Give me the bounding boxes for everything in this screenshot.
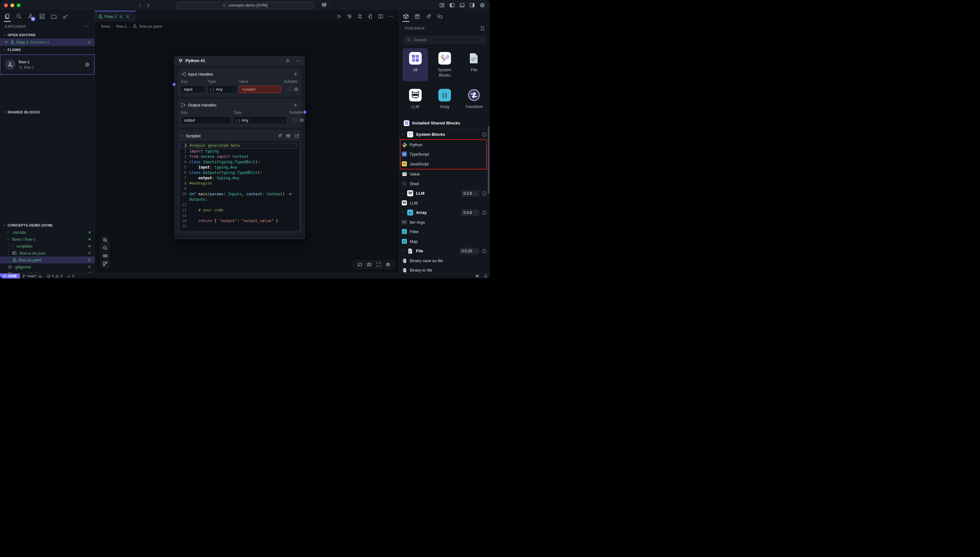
tree-item[interactable]: flow.oo.yamlU bbox=[0, 256, 94, 263]
zoom-window-button[interactable] bbox=[17, 3, 21, 7]
code-line[interactable]: 10def main(params: Inputs, context: Cont… bbox=[180, 192, 297, 197]
assistant-status-button[interactable] bbox=[473, 274, 481, 278]
category-card-transform[interactable]: Transform bbox=[462, 85, 487, 113]
run-node-button[interactable] bbox=[286, 58, 290, 63]
open-editor-item[interactable]: Flow 1 flows/flow-1 U bbox=[0, 38, 94, 46]
block-group-array[interactable]: [ ] Array 0.0.8 bbox=[401, 208, 487, 218]
output-nullable-checkbox[interactable] bbox=[293, 118, 297, 122]
block-item-shell[interactable]: >_ Shell bbox=[401, 179, 487, 189]
input-nullable-checkbox[interactable] bbox=[288, 87, 292, 91]
tree-item[interactable]: scriptlets bbox=[0, 243, 94, 249]
toolpack-search-input[interactable] bbox=[413, 37, 483, 42]
code-line[interactable]: 4class Inputs(typing.TypedDict): bbox=[180, 160, 297, 165]
version-select[interactable]: 0.0.8 bbox=[461, 209, 479, 216]
activity-search-button[interactable] bbox=[14, 11, 24, 22]
flow-settings-icon[interactable] bbox=[85, 62, 90, 67]
tree-item[interactable]: .flow.ui.oo.jsonU bbox=[0, 249, 94, 256]
store-tab[interactable] bbox=[413, 11, 422, 22]
remote-indicator[interactable]: OVM bbox=[0, 274, 20, 278]
input-settings-icon[interactable] bbox=[294, 87, 299, 92]
fullscreen-button[interactable] bbox=[376, 262, 381, 267]
branch-indicator[interactable]: main* bbox=[20, 274, 44, 278]
tree-item[interactable]: .vscode bbox=[0, 229, 94, 236]
code-line[interactable]: 15 bbox=[180, 224, 297, 229]
code-editor[interactable]: 1#region generated meta2import typing3fr… bbox=[180, 141, 299, 231]
attach-icon[interactable] bbox=[278, 134, 282, 138]
close-window-button[interactable] bbox=[4, 3, 8, 7]
toggle-left-sidebar-icon[interactable] bbox=[449, 3, 455, 8]
category-card-llm[interactable]: LLM bbox=[403, 85, 428, 113]
activity-extensions-button[interactable] bbox=[37, 11, 47, 22]
code-line[interactable]: 11 bbox=[180, 202, 297, 208]
flows-section-header[interactable]: FLOWS bbox=[0, 46, 94, 53]
code-line[interactable]: 13 bbox=[180, 213, 297, 218]
add-input-handle-button[interactable] bbox=[293, 72, 298, 77]
rerun-button[interactable] bbox=[347, 14, 352, 19]
version-select[interactable]: 0.2.6 bbox=[461, 190, 479, 197]
shared-blocks-section-header[interactable]: SHARED BLOCKS bbox=[0, 108, 94, 116]
toggle-panel-icon[interactable] bbox=[460, 3, 465, 8]
tree-item[interactable]: {}package-lock.jsonU bbox=[0, 270, 94, 273]
info-icon[interactable] bbox=[482, 132, 487, 137]
close-editor-icon[interactable] bbox=[5, 40, 8, 44]
block-item-python[interactable]: Python bbox=[401, 140, 486, 150]
problems-indicator[interactable]: 0 0 bbox=[44, 274, 65, 278]
new-toolpack-icon[interactable] bbox=[480, 26, 485, 31]
input-type-select[interactable]: {..} Any bbox=[208, 86, 237, 93]
command-center-search[interactable]: concepts-demo [OVM] bbox=[177, 2, 314, 9]
customize-layout-icon[interactable] bbox=[439, 3, 445, 8]
breadcrumb-item[interactable]: flow-1 bbox=[116, 24, 127, 29]
block-item-typescript[interactable]: TS TypeScript bbox=[401, 150, 486, 160]
code-line[interactable]: 14 return { "output": "output_value" } bbox=[180, 218, 297, 224]
block-item-value[interactable]: Value bbox=[401, 169, 487, 179]
input-connector[interactable] bbox=[172, 83, 176, 86]
ports-indicator[interactable]: 0 bbox=[65, 274, 76, 278]
block-item-llm[interactable]: LLM bbox=[401, 198, 487, 208]
activity-explorer-button[interactable] bbox=[3, 11, 12, 22]
breadcrumb-item[interactable]: flow.oo.yaml bbox=[139, 24, 162, 29]
output-key-field[interactable] bbox=[181, 117, 231, 124]
breadcrumb[interactable]: flows›flow-1›flow.oo.yaml bbox=[95, 22, 399, 31]
activity-folder-button[interactable] bbox=[49, 11, 59, 22]
flow-card[interactable]: flow-1 flow-1 bbox=[0, 54, 94, 75]
tab-close-button[interactable] bbox=[126, 15, 130, 19]
code-line[interactable]: 1#region generated meta bbox=[180, 143, 297, 149]
minimize-window-button[interactable] bbox=[10, 3, 14, 7]
feedback-tab[interactable] bbox=[435, 11, 445, 22]
info-icon[interactable] bbox=[482, 191, 487, 196]
activity-flows-button[interactable]: 11 bbox=[26, 11, 35, 22]
history-forward-button[interactable] bbox=[146, 3, 151, 8]
input-key-field[interactable] bbox=[181, 86, 205, 93]
block-item-iter-args[interactable]: [x] Iter Args bbox=[401, 217, 487, 227]
code-line[interactable]: 6class Outputs(typing.TypedDict): bbox=[180, 170, 297, 176]
open-editors-section-header[interactable]: OPEN EDITORS bbox=[0, 31, 94, 38]
deploy-tab[interactable] bbox=[424, 11, 433, 22]
notifications-bell[interactable] bbox=[481, 274, 490, 278]
zoom-out-button[interactable] bbox=[102, 246, 108, 251]
export-flow-button[interactable] bbox=[368, 14, 373, 19]
activity-secrets-button[interactable] bbox=[61, 11, 70, 22]
split-editor-button[interactable] bbox=[378, 14, 383, 19]
block-group-system-blocks[interactable]: System Blocks bbox=[401, 130, 487, 140]
toggle-console-button[interactable] bbox=[358, 262, 362, 267]
sync-flow-button[interactable] bbox=[358, 14, 362, 19]
auto-layout-button[interactable] bbox=[102, 261, 108, 266]
history-back-button[interactable] bbox=[137, 3, 142, 8]
tab-flow-1[interactable]: Flow 1 U bbox=[95, 11, 136, 22]
output-settings-icon[interactable] bbox=[299, 118, 304, 122]
canvas-settings-button[interactable] bbox=[386, 262, 390, 267]
block-item-filter[interactable]: [ ] Filter bbox=[401, 227, 487, 237]
settings-gear-icon[interactable] bbox=[479, 3, 485, 8]
block-item-javascript[interactable]: JS JavaScript bbox=[401, 159, 486, 169]
flow-canvas[interactable]: flows›flow-1›flow.oo.yaml Python #1 Inpu… bbox=[95, 22, 399, 273]
block-item-binary-to-file[interactable]: Binary to file bbox=[401, 265, 487, 273]
block-item-binary-save-as-file[interactable]: Binary save as file bbox=[401, 256, 487, 265]
zoom-in-button[interactable] bbox=[102, 238, 108, 243]
block-item-map[interactable]: [ ] Map bbox=[401, 236, 487, 246]
node-menu-button[interactable] bbox=[296, 58, 301, 63]
block-group-llm[interactable]: LLM 0.2.6 bbox=[401, 189, 487, 199]
scrollbar-thumb[interactable] bbox=[488, 126, 489, 194]
breadcrumb-item[interactable]: flows bbox=[101, 24, 111, 29]
output-type-select[interactable]: {..} Any bbox=[233, 117, 287, 124]
project-section-header[interactable]: CONCEPTS-DEMO [OVM] bbox=[0, 221, 94, 229]
